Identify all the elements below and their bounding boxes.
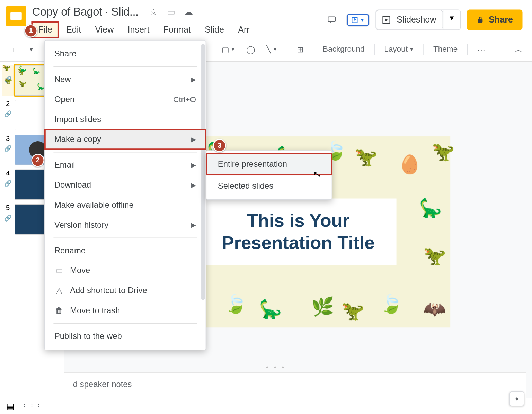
link-icon: 🔗 bbox=[4, 145, 11, 152]
slideshow-caret[interactable]: ▼ bbox=[443, 10, 460, 29]
menu-import-slides[interactable]: Import slides bbox=[45, 109, 205, 129]
leaf-icon: 🍃 bbox=[380, 293, 402, 314]
menubar: File Edit View Insert Format Slide Arr bbox=[32, 22, 323, 37]
shortcut-label: Ctrl+O bbox=[173, 95, 196, 104]
menu-email[interactable]: Email▶ bbox=[45, 155, 205, 175]
move-to-drive-icon[interactable]: ▭ bbox=[166, 7, 176, 16]
star-icon[interactable]: ☆ bbox=[149, 7, 159, 16]
dino-icon: 🦖 bbox=[432, 141, 454, 162]
dino-icon: 🦖 bbox=[342, 300, 364, 321]
slideshow-label: Slideshow bbox=[397, 15, 436, 25]
speaker-notes[interactable]: d speaker notes bbox=[64, 372, 526, 398]
present-button[interactable]: ▼ bbox=[347, 14, 369, 26]
theme-button[interactable]: Theme bbox=[429, 42, 462, 56]
layout-button[interactable]: Layout▼ bbox=[380, 42, 418, 56]
menu-move[interactable]: ▭Move bbox=[45, 261, 205, 281]
move-icon: ▭ bbox=[54, 266, 64, 276]
menu-add-shortcut[interactable]: △Add shortcut to Drive bbox=[45, 281, 205, 301]
insert-comment-button[interactable]: ⊞ bbox=[292, 42, 308, 57]
title-line-1: This is Your bbox=[247, 210, 350, 231]
new-slide-button[interactable]: ＋ bbox=[5, 42, 22, 57]
thumb-number: 4 bbox=[6, 169, 10, 177]
insert-shape-button[interactable]: ◯ bbox=[242, 42, 259, 57]
filmstrip-icon[interactable]: ⋮⋮⋮ bbox=[21, 402, 42, 411]
link-icon: 🔗 bbox=[4, 110, 11, 117]
menu-open[interactable]: OpenCtrl+O bbox=[45, 90, 205, 110]
file-menu: Share New▶ OpenCtrl+O Import slides Make… bbox=[44, 40, 206, 350]
submenu-arrow-icon: ▶ bbox=[191, 162, 196, 169]
annotation-badge-2: 2 bbox=[31, 154, 44, 167]
submenu-arrow-icon: ▶ bbox=[191, 76, 196, 83]
submenu-arrow-icon: ▶ bbox=[191, 182, 196, 189]
menu-publish-web[interactable]: Publish to the web bbox=[45, 326, 205, 346]
submenu-arrow-icon: ▶ bbox=[191, 136, 196, 143]
background-button[interactable]: Background bbox=[319, 42, 369, 56]
thumb-number: 3 bbox=[6, 135, 10, 143]
trash-icon: 🗑 bbox=[54, 306, 64, 316]
slideshow-button[interactable]: ▶ Slideshow bbox=[376, 10, 443, 29]
menu-download[interactable]: Download▶ bbox=[45, 175, 205, 195]
bottom-bar: ▤ ⋮⋮⋮ bbox=[0, 398, 532, 414]
collapse-icon[interactable]: ︿ bbox=[510, 42, 527, 57]
dino-icon: 🦇 bbox=[423, 298, 446, 320]
link-icon: 🔗 bbox=[4, 215, 11, 222]
menu-rename[interactable]: Rename bbox=[45, 241, 205, 261]
slides-logo-icon[interactable] bbox=[6, 6, 26, 26]
cloud-status-icon: ☁ bbox=[184, 7, 193, 16]
menu-arrange[interactable]: Arr bbox=[232, 22, 256, 37]
more-button[interactable]: ⋯ bbox=[473, 42, 489, 57]
grid-view-icon[interactable]: ▤ bbox=[6, 401, 15, 411]
drive-shortcut-icon: △ bbox=[54, 286, 64, 296]
annotation-badge-3: 3 bbox=[213, 139, 226, 152]
menu-share[interactable]: Share bbox=[45, 44, 205, 64]
egg-icon: 🥚 bbox=[398, 154, 421, 175]
dino-icon: 🦖 bbox=[355, 146, 377, 167]
share-label: Share bbox=[489, 15, 513, 25]
insert-line-button[interactable]: ╲▼ bbox=[262, 42, 282, 57]
menu-view[interactable]: View bbox=[89, 22, 120, 37]
menu-move-trash[interactable]: 🗑Move to trash bbox=[45, 300, 205, 321]
dino-icon: 🦕 bbox=[419, 197, 442, 218]
menu-slide[interactable]: Slide bbox=[199, 22, 230, 37]
share-button[interactable]: Share bbox=[467, 10, 522, 30]
plant-icon: 🌿 bbox=[311, 296, 334, 317]
menu-insert[interactable]: Insert bbox=[122, 22, 156, 37]
menu-edit[interactable]: Edit bbox=[60, 22, 87, 37]
menu-offline[interactable]: Make available offline bbox=[45, 195, 205, 215]
menu-new[interactable]: New▶ bbox=[45, 70, 205, 90]
dino-icon: 🦖 bbox=[423, 245, 446, 266]
thumb-number: 5 bbox=[6, 204, 10, 212]
notes-placeholder: d speaker notes bbox=[73, 380, 132, 389]
title-line-2: Presentation Title bbox=[222, 232, 374, 253]
menu-format[interactable]: Format bbox=[157, 22, 197, 37]
document-title[interactable]: Copy of Bagot · Slid... bbox=[32, 3, 139, 19]
resize-handle-icon[interactable]: • • • bbox=[266, 363, 286, 371]
thumb-number: 2 bbox=[6, 100, 10, 108]
comments-icon[interactable] bbox=[323, 11, 340, 28]
menu-version-history[interactable]: Version history▶ bbox=[45, 215, 205, 235]
slide-title-placeholder[interactable]: This is YourPresentation Title bbox=[200, 199, 397, 265]
explore-button[interactable]: ✦ bbox=[509, 392, 524, 406]
submenu-selected-slides[interactable]: Selected slides bbox=[206, 175, 331, 197]
dino-icon: 🦕 bbox=[259, 298, 282, 320]
svg-rect-0 bbox=[328, 17, 335, 21]
link-icon: 🔗 bbox=[4, 180, 11, 187]
menu-make-a-copy[interactable]: Make a copy▶ bbox=[45, 129, 205, 150]
insert-image-button[interactable]: ▢▼ bbox=[217, 42, 239, 57]
leaf-icon: 🍃 bbox=[224, 293, 247, 314]
new-slide-caret[interactable]: ▼ bbox=[24, 44, 38, 55]
submenu-arrow-icon: ▶ bbox=[191, 222, 196, 228]
annotation-badge-1: 1 bbox=[24, 24, 37, 37]
